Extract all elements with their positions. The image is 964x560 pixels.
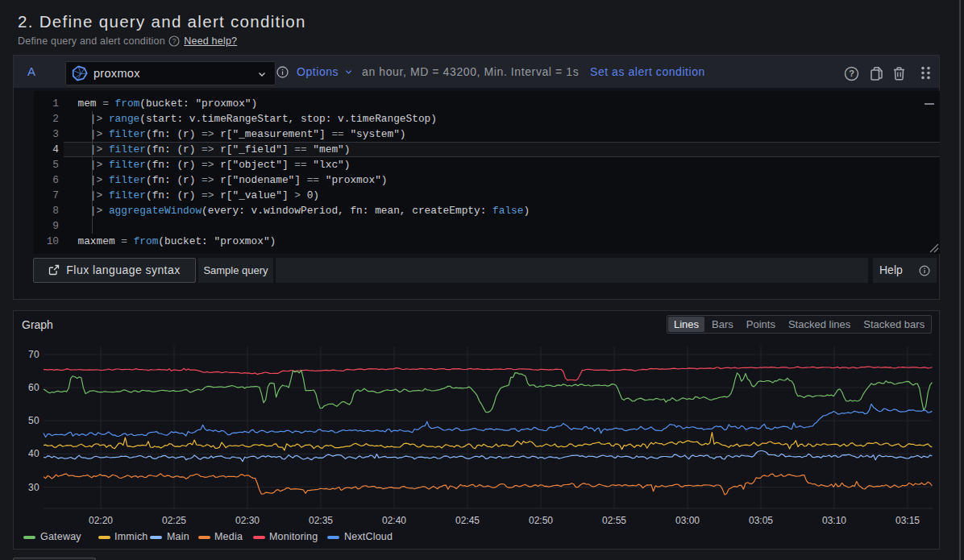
svg-text:?: ? <box>849 68 854 78</box>
svg-text:?: ? <box>172 37 176 45</box>
